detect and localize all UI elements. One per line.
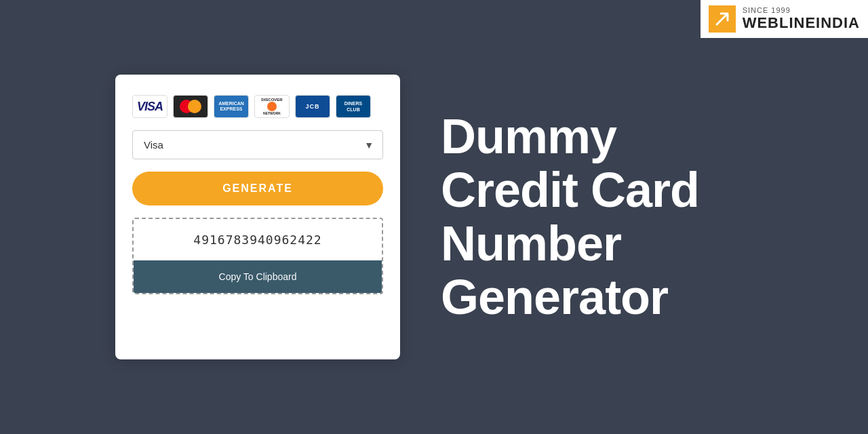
main-heading: Dummy Credit Card Number Generator <box>441 110 827 325</box>
heading-area: Dummy Credit Card Number Generator <box>400 110 868 325</box>
heading-line1: Dummy <box>441 109 616 163</box>
main-content: VISA AMERICANEXPRESS DISCOVER NETWORK JC… <box>0 0 868 434</box>
logo-name: WEBLINEINDIA <box>743 14 860 32</box>
discover-logo: DISCOVER NETWORK <box>254 95 290 118</box>
card-type-select-wrapper[interactable]: Visa MasterCard American Express Discove… <box>132 130 383 159</box>
mastercard-logo <box>173 95 208 118</box>
heading-line3: Number <box>441 216 621 271</box>
result-area: 4916783940962422 Copy To Clipboard <box>132 218 383 294</box>
arrow-icon <box>714 11 730 27</box>
heading-line2: Credit Card <box>441 163 699 217</box>
generated-number: 4916783940962422 <box>134 219 382 260</box>
logo-since: SINCE 1999 <box>743 6 860 14</box>
logo-area: SINCE 1999 WEBLINEINDIA <box>701 0 868 38</box>
heading-line4: Generator <box>441 270 668 324</box>
card-type-select[interactable]: Visa MasterCard American Express Discove… <box>132 130 383 159</box>
generate-button[interactable]: GENERATE <box>132 172 383 205</box>
card-logos-row: VISA AMERICANEXPRESS DISCOVER NETWORK JC… <box>132 95 383 118</box>
diners-logo: DINERSCLUB <box>336 95 371 118</box>
jcb-logo: JCB <box>295 95 330 118</box>
amex-logo: AMERICANEXPRESS <box>214 95 249 118</box>
logo-icon <box>709 5 736 33</box>
visa-logo: VISA <box>132 95 167 118</box>
logo-text: SINCE 1999 WEBLINEINDIA <box>743 6 860 32</box>
mc-orange-circle <box>188 100 201 113</box>
copy-to-clipboard-button[interactable]: Copy To Clipboard <box>134 260 382 293</box>
card-panel: VISA AMERICANEXPRESS DISCOVER NETWORK JC… <box>115 75 400 359</box>
